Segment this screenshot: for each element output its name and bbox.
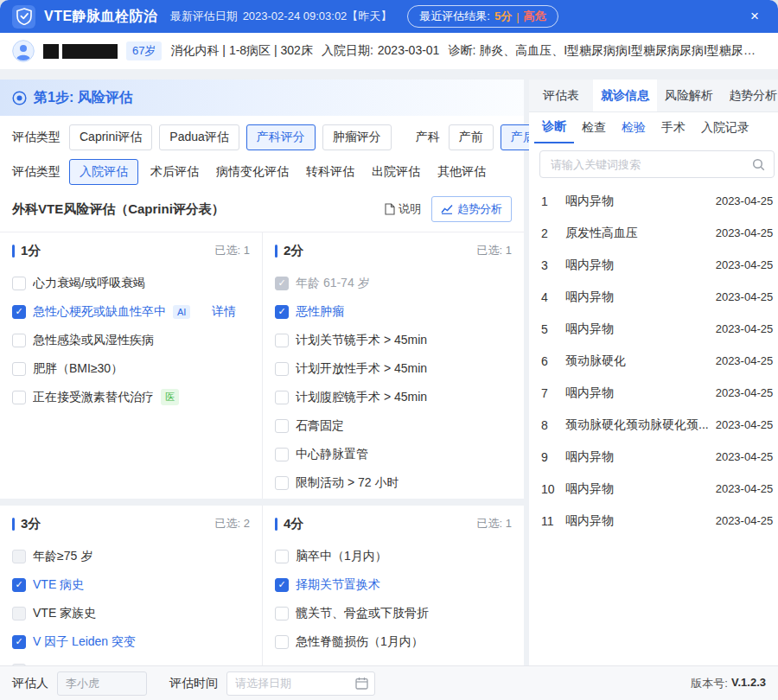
checkbox[interactable] bbox=[275, 635, 289, 649]
risk-factor-label: 急性感染或风湿性疾病 bbox=[33, 333, 154, 348]
risk-factor-item[interactable]: ✓VTE 病史 bbox=[12, 570, 250, 599]
tab-risk-analysis[interactable]: 风险解析 bbox=[657, 80, 721, 111]
subtab-diagnosis[interactable]: 诊断 bbox=[534, 112, 574, 143]
option-tumor-score[interactable]: 肿瘤评分 bbox=[322, 124, 392, 150]
checkbox[interactable]: ✓ bbox=[275, 305, 289, 319]
diagnosis-row[interactable]: 10咽内异物2023-04-25 bbox=[529, 473, 778, 505]
checkbox[interactable]: ✓ bbox=[12, 578, 26, 592]
group-selected-count: 已选: 1 bbox=[215, 243, 250, 258]
tab-visit-info[interactable]: 就诊信息 bbox=[593, 80, 657, 111]
risk-factor-item[interactable]: ✓V 因子 Leiden 突变 bbox=[12, 627, 250, 656]
risk-factor-item[interactable]: ✓急性心梗死或缺血性卒中AI详情 bbox=[12, 297, 250, 326]
trend-analysis-label: 趋势分析 bbox=[457, 201, 502, 217]
risk-factor-item[interactable]: 急性感染或风湿性疾病 bbox=[12, 326, 250, 354]
option-obstetric-score[interactable]: 产科评分 bbox=[246, 124, 316, 150]
risk-factor-item[interactable]: 年龄≥75 岁 bbox=[12, 542, 250, 570]
option-transfer-assess[interactable]: 转科评估 bbox=[301, 160, 360, 184]
checkbox[interactable] bbox=[275, 419, 289, 433]
checkbox[interactable] bbox=[12, 362, 26, 376]
version-info: 版本号: V.1.2.3 bbox=[691, 676, 766, 691]
ai-badge: AI bbox=[173, 305, 190, 319]
checkbox[interactable]: ✓ bbox=[275, 277, 289, 290]
checkbox[interactable] bbox=[12, 277, 26, 290]
checkbox[interactable] bbox=[275, 550, 289, 563]
group-header: 3分 已选: 2 bbox=[12, 506, 250, 542]
option-postop-assess[interactable]: 术后评估 bbox=[145, 160, 204, 184]
subtab-lab-test[interactable]: 检验 bbox=[614, 112, 654, 143]
checkbox[interactable]: ✓ bbox=[275, 578, 289, 592]
risk-factor-item[interactable]: 计划关节镜手术 > 45min bbox=[275, 326, 512, 354]
risk-factor-item[interactable]: ✓恶性肿瘤 bbox=[275, 297, 512, 326]
detail-link[interactable]: 详情 bbox=[212, 304, 236, 320]
app-title: VTE静脉血栓防治 bbox=[44, 8, 158, 26]
checkbox[interactable] bbox=[12, 334, 26, 347]
checkbox[interactable]: ✓ bbox=[12, 305, 26, 319]
risk-factor-item[interactable] bbox=[12, 656, 250, 665]
checkbox[interactable] bbox=[275, 362, 289, 376]
assessor-input[interactable] bbox=[57, 671, 147, 696]
risk-factor-item[interactable]: 急性脊髓损伤（1月内） bbox=[275, 627, 512, 656]
checkbox[interactable] bbox=[275, 476, 289, 490]
group-header: 1分 已选: 1 bbox=[12, 232, 250, 269]
search-input[interactable] bbox=[549, 157, 745, 172]
diagnosis-row[interactable]: 1咽内异物2023-04-25 bbox=[529, 185, 778, 217]
diagnosis-row[interactable]: 7咽内异物2023-04-25 bbox=[529, 377, 778, 409]
footer-bar: 评估人 评估时间 版本号: V.1.2.3 bbox=[0, 665, 778, 700]
checkbox[interactable] bbox=[275, 448, 289, 461]
tab-assessment-table[interactable]: 评估表 bbox=[529, 80, 593, 111]
calendar-icon[interactable] bbox=[355, 677, 368, 690]
checkbox[interactable] bbox=[12, 550, 26, 563]
subtab-admission-record[interactable]: 入院记录 bbox=[693, 112, 757, 143]
diagnosis-row[interactable]: 5咽内异物2023-04-25 bbox=[529, 313, 778, 345]
checkbox[interactable] bbox=[275, 334, 289, 347]
risk-factor-item[interactable]: 石膏固定 bbox=[275, 411, 512, 440]
subtab-examination[interactable]: 检查 bbox=[574, 112, 614, 143]
diagnosis-name: 颈动脉硬化颈动脉硬化颈... bbox=[565, 417, 716, 433]
option-prenatal[interactable]: 产前 bbox=[449, 124, 494, 150]
risk-factor-item[interactable]: 正在接受激素替代治疗医 bbox=[12, 383, 250, 411]
checkbox[interactable]: ✓ bbox=[12, 635, 26, 649]
assess-time-input[interactable] bbox=[226, 671, 375, 696]
trend-analysis-button[interactable]: 趋势分析 bbox=[431, 196, 512, 222]
option-caprini[interactable]: Caprini评估 bbox=[69, 124, 152, 150]
subtab-surgery[interactable]: 手术 bbox=[654, 112, 693, 143]
checkbox[interactable] bbox=[12, 391, 26, 404]
assess-time-field bbox=[226, 671, 375, 696]
option-admission-assess[interactable]: 入院评估 bbox=[69, 159, 138, 185]
recent-result-score: 5分 bbox=[494, 9, 512, 24]
diagnosis-row[interactable]: 4咽内异物2023-04-25 bbox=[529, 281, 778, 313]
option-discharge-assess[interactable]: 出院评估 bbox=[367, 160, 425, 184]
checkbox[interactable] bbox=[12, 607, 26, 620]
latest-assessment: 最新评估日期 2023-02-24 09:03:02【昨天】 bbox=[170, 9, 392, 24]
risk-factor-item[interactable]: 计划腹腔镜手术 > 45min bbox=[275, 383, 512, 411]
checkbox[interactable] bbox=[275, 391, 289, 404]
risk-factor-item[interactable]: ✓年龄 61-74 岁 bbox=[275, 269, 512, 297]
option-padua[interactable]: Padua评估 bbox=[159, 124, 239, 150]
close-icon[interactable]: × bbox=[743, 8, 766, 25]
risk-factor-item[interactable]: 计划开放性手术 > 45min bbox=[275, 354, 512, 383]
help-link[interactable]: 说明 bbox=[385, 201, 421, 217]
option-condition-change-assess[interactable]: 病情变化评估 bbox=[211, 160, 294, 184]
option-other-assess[interactable]: 其他评估 bbox=[432, 160, 491, 184]
risk-factor-item[interactable]: VTE 家族史 bbox=[12, 599, 250, 627]
risk-factor-item[interactable]: 肥胖（BMI≥30） bbox=[12, 354, 250, 383]
risk-factor-item[interactable]: ✓择期关节置换术 bbox=[275, 570, 512, 599]
risk-factor-item[interactable]: 中心静脉置管 bbox=[275, 440, 512, 468]
diagnosis-row[interactable]: 11咽内异物2023-04-25 bbox=[529, 505, 778, 537]
tab-trend-analysis[interactable]: 趋势分析 bbox=[721, 80, 778, 111]
risk-factor-item[interactable]: 脑卒中（1月内） bbox=[275, 542, 512, 570]
risk-factor-item[interactable]: 髋关节、骨盆或下肢骨折 bbox=[275, 599, 512, 627]
diagnosis-row[interactable]: 6颈动脉硬化2023-04-25 bbox=[529, 345, 778, 377]
diagnosis-row[interactable]: 2原发性高血压2023-04-25 bbox=[529, 217, 778, 249]
diagnosis-row[interactable]: 3咽内异物2023-04-25 bbox=[529, 249, 778, 281]
search-icon[interactable] bbox=[752, 158, 765, 171]
risk-factor-item[interactable]: 限制活动 > 72 小时 bbox=[275, 468, 512, 497]
score-group-3: 3分 已选: 2 年龄≥75 岁✓VTE 病史VTE 家族史✓V 因子 Leid… bbox=[0, 506, 262, 665]
diagnosis-row[interactable]: 9咽内异物2023-04-25 bbox=[529, 441, 778, 473]
checkbox[interactable] bbox=[275, 607, 289, 620]
diagnosis-row[interactable]: 8颈动脉硬化颈动脉硬化颈...2023-04-25 bbox=[529, 409, 778, 441]
patient-age-badge: 67岁 bbox=[126, 41, 162, 60]
risk-factor-item[interactable]: 心力衰竭/或呼吸衰竭 bbox=[12, 269, 250, 297]
diagnosis-index: 5 bbox=[541, 322, 565, 336]
recent-result-level: 高危 bbox=[524, 9, 546, 24]
